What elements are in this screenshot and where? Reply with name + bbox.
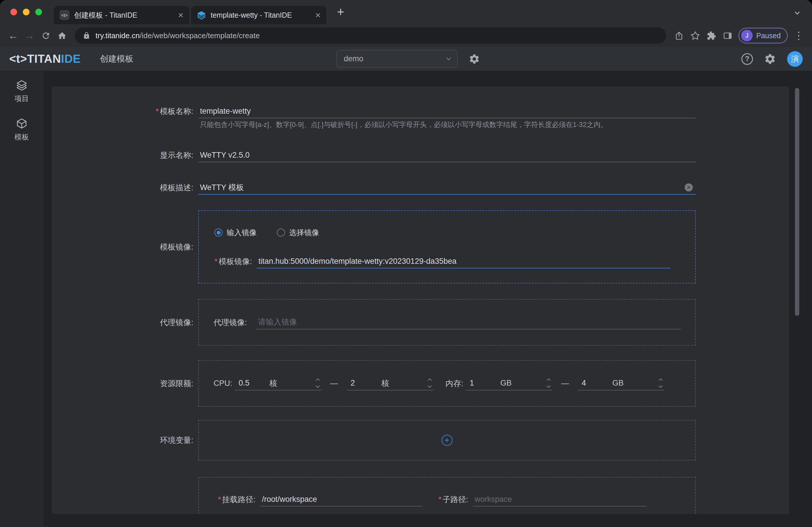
workspace-select-value: demo xyxy=(344,54,447,63)
tab-template-wetty[interactable]: template-wetty - TitanIDE × xyxy=(191,6,327,24)
range-dash: — xyxy=(561,379,569,388)
logo-ide: IDE xyxy=(61,52,81,65)
titanide-logo: <t>TITANIDE xyxy=(9,52,81,65)
minimize-window-button[interactable] xyxy=(23,9,30,15)
tab-search-chevron-icon[interactable] xyxy=(793,9,801,17)
close-tab-icon[interactable]: × xyxy=(315,11,321,20)
star-icon xyxy=(691,31,700,41)
workspace-select-area: demo xyxy=(336,50,480,68)
required-asterisk: * xyxy=(438,495,441,504)
mem-max-input[interactable] xyxy=(578,379,612,387)
workspace-settings-button[interactable] xyxy=(468,53,480,65)
app-header: <t>TITANIDE 创建模板 demo ? 演 xyxy=(0,47,812,71)
field-label: 环境变量: xyxy=(52,435,198,445)
radio-select-image-label[interactable]: 选择镜像 xyxy=(289,228,319,238)
cpu-min-box: 核 xyxy=(235,377,321,391)
field-label: *模板名称: xyxy=(52,106,198,117)
form-row-resource-quota: 资源限额: CPU: 核 — 核 xyxy=(52,360,789,407)
close-tab-icon[interactable]: × xyxy=(178,11,184,20)
side-panel-button[interactable] xyxy=(720,28,736,44)
profile-avatar: J xyxy=(741,30,753,41)
cpu-min-stepper[interactable] xyxy=(316,379,321,387)
settings-button[interactable] xyxy=(764,53,776,65)
range-dash: — xyxy=(330,379,338,388)
cpu-label: CPU: xyxy=(214,379,232,388)
sub-path-input[interactable] xyxy=(473,495,647,504)
address-bar[interactable]: try.titanide.cn/ide/web/workspace/templa… xyxy=(75,28,666,44)
radio-input-image-label[interactable]: 输入镜像 xyxy=(227,228,257,238)
display-name-underline xyxy=(198,148,696,162)
window-controls xyxy=(11,9,42,15)
resource-quota-group: CPU: 核 — 核 内存: xyxy=(198,360,696,407)
main-content: *模板名称: 只能包含小写字母[a-z]、数字[0-9]、点[.]与破折号[-]… xyxy=(43,71,812,527)
clear-input-icon[interactable]: × xyxy=(685,184,693,191)
url-path: /ide/web/workspace/template/create xyxy=(140,31,260,40)
extensions-button[interactable] xyxy=(703,28,720,44)
image-underline xyxy=(257,254,670,268)
help-button[interactable]: ? xyxy=(741,53,753,65)
mem-max-stepper[interactable] xyxy=(659,379,664,387)
template-image-input[interactable] xyxy=(257,257,670,266)
workspace-select[interactable]: demo xyxy=(336,50,458,68)
memory-label: 内存: xyxy=(446,378,464,389)
profile-chip[interactable]: J Paused xyxy=(739,28,788,43)
home-icon xyxy=(57,31,67,41)
display-name-input[interactable] xyxy=(198,151,696,160)
field-label: 显示名称: xyxy=(52,150,198,161)
tab-strip: <t> 创建模板 - TitanIDE × template-wetty - T… xyxy=(0,0,812,24)
mem-min-stepper[interactable] xyxy=(547,379,552,387)
cube-icon xyxy=(16,118,28,129)
vertical-scrollbar[interactable] xyxy=(795,88,799,316)
titanide-favicon: <t> xyxy=(60,10,70,20)
image-input-row: * 模板镜像: xyxy=(215,254,695,268)
tabs: <t> 创建模板 - TitanIDE × template-wetty - T… xyxy=(54,6,327,24)
form-row-env-vars: 环境变量: + xyxy=(52,420,789,460)
fullscreen-window-button[interactable] xyxy=(35,9,42,15)
template-name-input[interactable] xyxy=(198,107,696,116)
logo-titan: TITAN xyxy=(27,52,61,65)
sub-path-underline xyxy=(473,493,647,507)
form-row-display-name: 显示名称: xyxy=(52,148,789,162)
template-image-group: 输入镜像 选择镜像 * 模板镜像: xyxy=(198,210,696,283)
share-icon xyxy=(674,31,684,41)
cpu-min-input[interactable] xyxy=(235,379,270,387)
layers-favicon xyxy=(197,11,206,20)
share-button[interactable] xyxy=(671,28,687,44)
close-window-button[interactable] xyxy=(11,9,17,15)
proxy-underline xyxy=(256,316,681,330)
cpu-max-input[interactable] xyxy=(347,379,381,387)
cpu-max-stepper[interactable] xyxy=(428,379,434,387)
url-domain: try.titanide.cn xyxy=(96,31,140,40)
field-label: 模板镜像: xyxy=(52,242,198,252)
mount-path-input[interactable] xyxy=(260,495,422,504)
radio-input-image[interactable] xyxy=(215,229,222,237)
field-label: 模板描述: xyxy=(52,182,198,193)
cpu-max-unit: 核 xyxy=(381,378,389,389)
browser-window: <t> 创建模板 - TitanIDE × template-wetty - T… xyxy=(0,0,812,527)
cpu-min-unit: 核 xyxy=(270,378,277,389)
description-input[interactable] xyxy=(198,183,685,192)
home-button[interactable] xyxy=(54,28,70,44)
logo-bracket: <t> xyxy=(9,52,27,65)
create-template-form-panel: *模板名称: 只能包含小写字母[a-z]、数字[0-9]、点[.]与破折号[-]… xyxy=(52,87,789,514)
sidebar-item-projects[interactable]: 项目 xyxy=(14,79,29,103)
proxy-image-group: 代理镜像: xyxy=(198,299,696,346)
add-env-var-button[interactable]: + xyxy=(441,435,453,446)
browser-menu-button[interactable]: ⋮ xyxy=(791,28,807,44)
mount-path-underline xyxy=(260,493,422,507)
proxy-image-input[interactable] xyxy=(256,318,681,326)
tab-create-template[interactable]: <t> 创建模板 - TitanIDE × xyxy=(54,6,189,24)
image-mode-radios: 输入镜像 选择镜像 xyxy=(215,227,695,238)
back-button[interactable]: ← xyxy=(5,28,21,44)
user-avatar[interactable]: 演 xyxy=(787,51,803,67)
side-nav: 项目 模板 xyxy=(0,71,43,527)
reload-button[interactable] xyxy=(38,28,54,44)
bookmark-star-button[interactable] xyxy=(687,28,703,44)
page-title: 创建模板 xyxy=(100,53,133,65)
mem-min-input[interactable] xyxy=(466,379,501,387)
sidebar-item-templates[interactable]: 模板 xyxy=(14,118,29,142)
tab-title: 创建模板 - TitanIDE xyxy=(74,11,173,20)
radio-select-image[interactable] xyxy=(277,229,285,237)
new-tab-button[interactable]: + xyxy=(333,5,348,19)
forward-button[interactable]: → xyxy=(21,28,38,44)
